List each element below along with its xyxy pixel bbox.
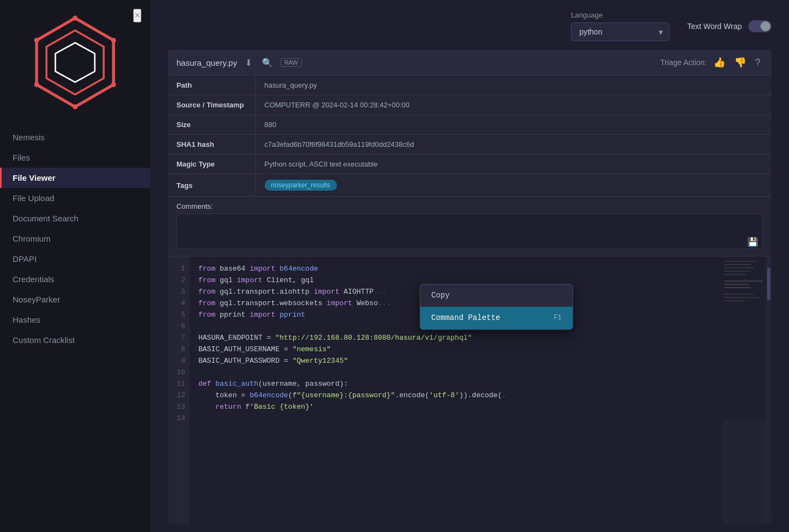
svg-point-6: [73, 105, 78, 110]
code-area: 1 2 3 4 5 6 7 8 9 10 11 12 13 14 from ba…: [168, 256, 771, 523]
sidebar-item-chromium[interactable]: Chromium: [0, 228, 150, 249]
minimap: [722, 256, 766, 523]
sidebar-item-files[interactable]: Files: [0, 147, 150, 168]
scrollbar-thumb: [767, 267, 770, 300]
sidebar-item-document-search[interactable]: Document Search: [0, 208, 150, 228]
scrollbar[interactable]: [766, 256, 771, 523]
save-comments-button[interactable]: 💾: [747, 237, 758, 247]
file-panel-header: hasura_query.py ⬇ 🔍 RAW Triage Action: 👍…: [168, 50, 771, 76]
triage-label: Triage Action:: [660, 58, 707, 67]
minimap-svg: [722, 256, 766, 421]
sidebar-item-credentials[interactable]: Credentials: [0, 269, 150, 289]
code-line-14: [198, 413, 713, 424]
svg-rect-15: [724, 281, 763, 282]
toggle-knob: [761, 21, 770, 31]
command-palette-keybind: F1: [554, 312, 562, 324]
word-wrap-section: Text Word Wrap: [687, 20, 771, 32]
svg-rect-12: [724, 267, 754, 268]
svg-rect-13: [724, 271, 751, 272]
language-select-wrapper: python javascript bash json yaml: [571, 22, 670, 41]
code-line-13: return f'Basic {token}': [198, 401, 713, 413]
language-select[interactable]: python javascript bash json yaml: [571, 22, 670, 41]
tags-row: Tags noseyparker_results: [168, 174, 771, 197]
search-button[interactable]: 🔍: [260, 56, 275, 69]
comments-section: Comments: 💾: [168, 197, 771, 256]
word-wrap-toggle[interactable]: [748, 20, 771, 32]
comments-label: Comments:: [176, 202, 763, 210]
thumbs-up-button[interactable]: 👍: [711, 55, 728, 70]
source-label: Source / Timestamp: [168, 95, 255, 115]
size-value: 880: [255, 115, 771, 135]
logo-area: [0, 0, 150, 123]
sidebar-nav: Nemesis Files File Viewer File Upload Do…: [0, 123, 150, 354]
top-bar: Language python javascript bash json yam…: [150, 0, 789, 50]
svg-point-5: [111, 82, 116, 87]
sidebar-item-hashes[interactable]: Hashes: [0, 310, 150, 330]
svg-rect-19: [724, 297, 760, 298]
file-name: hasura_query.py: [176, 58, 237, 67]
sidebar-item-noseyparker[interactable]: NoseyParker: [0, 289, 150, 310]
svg-point-4: [111, 38, 116, 43]
tag-badge[interactable]: noseyparker_results: [265, 180, 337, 191]
sidebar-item-file-upload[interactable]: File Upload: [0, 188, 150, 208]
command-palette-label: Command Palette: [431, 312, 500, 324]
file-panel: hasura_query.py ⬇ 🔍 RAW Triage Action: 👍…: [168, 50, 771, 523]
sha1-label: SHA1 hash: [168, 135, 255, 155]
language-section: Language python javascript bash json yam…: [571, 11, 670, 41]
help-button[interactable]: ?: [753, 56, 763, 70]
code-line-11: def basic_auth(username, password):: [198, 378, 713, 390]
sidebar-item-dpapi[interactable]: DPAPI: [0, 249, 150, 269]
sidebar-close-button[interactable]: ×: [133, 9, 141, 22]
size-row: Size 880: [168, 115, 771, 135]
sidebar-item-custom-cracklist[interactable]: Custom Cracklist: [0, 330, 150, 350]
raw-badge[interactable]: RAW: [281, 58, 302, 67]
svg-rect-16: [724, 284, 749, 285]
sha1-value: c7a3efad6b70f6f98431db59a119fd0dd2438c6d: [255, 135, 771, 155]
path-value: hasura_query.py: [255, 76, 771, 95]
comments-input-wrapper: 💾: [176, 214, 763, 251]
logo-icon: [26, 13, 124, 112]
comments-input[interactable]: [176, 214, 763, 249]
context-menu-command-palette[interactable]: Command Palette F1: [420, 307, 573, 329]
tags-value: noseyparker_results: [255, 174, 771, 197]
code-line-7: HASURA_ENDPOINT = "http://192.168.80.128…: [198, 332, 713, 344]
svg-point-7: [34, 82, 39, 87]
magic-value: Python script, ASCII text executable: [255, 155, 771, 174]
line-numbers: 1 2 3 4 5 6 7 8 9 10 11 12 13 14: [168, 256, 190, 523]
svg-marker-2: [55, 43, 95, 82]
size-label: Size: [168, 115, 255, 135]
word-wrap-label: Text Word Wrap: [687, 22, 742, 31]
code-line-8: BASIC_AUTH_USERNAME = "nemesis": [198, 344, 713, 355]
main-content: Language python javascript bash json yam…: [150, 0, 789, 532]
svg-rect-14: [724, 274, 746, 275]
code-line-12: token = b64encode(f"{username}:{password…: [198, 390, 713, 401]
source-value: COMPUTERR @ 2024-02-14 00:28:42+00:00: [255, 95, 771, 115]
path-label: Path: [168, 76, 255, 95]
sha1-row: SHA1 hash c7a3efad6b70f6f98431db59a119fd…: [168, 135, 771, 155]
magic-label: Magic Type: [168, 155, 255, 174]
code-line-9: BASIC_AUTH_PASSWORD = "Qwerty12345": [198, 355, 713, 367]
svg-rect-18: [724, 294, 754, 295]
triage-section: Triage Action: 👍 👎 ?: [660, 55, 763, 70]
sidebar-item-nemesis[interactable]: Nemesis: [0, 127, 150, 147]
code-content[interactable]: from base64 import b64encode from gql im…: [190, 256, 722, 523]
magic-row: Magic Type Python script, ASCII text exe…: [168, 155, 771, 174]
context-menu-copy[interactable]: Copy: [420, 284, 573, 307]
file-header-left: hasura_query.py ⬇ 🔍 RAW: [176, 56, 302, 69]
sidebar-item-file-viewer[interactable]: File Viewer: [0, 168, 150, 188]
svg-point-3: [73, 16, 78, 21]
source-row: Source / Timestamp COMPUTERR @ 2024-02-1…: [168, 95, 771, 115]
code-line-10: [198, 367, 713, 378]
svg-rect-17: [724, 287, 751, 288]
context-menu: Copy Command Palette F1: [420, 284, 573, 330]
path-row: Path hasura_query.py: [168, 76, 771, 95]
svg-rect-20: [724, 300, 745, 301]
code-line-1: from base64 import b64encode: [198, 263, 713, 274]
svg-point-8: [34, 38, 39, 43]
sidebar: × Nemesis Files File Viewer File Upload …: [0, 0, 150, 532]
metadata-table: Path hasura_query.py Source / Timestamp …: [168, 76, 771, 197]
language-label: Language: [571, 11, 670, 19]
download-button[interactable]: ⬇: [243, 56, 254, 69]
thumbs-down-button[interactable]: 👎: [732, 55, 748, 70]
svg-rect-10: [724, 261, 757, 262]
